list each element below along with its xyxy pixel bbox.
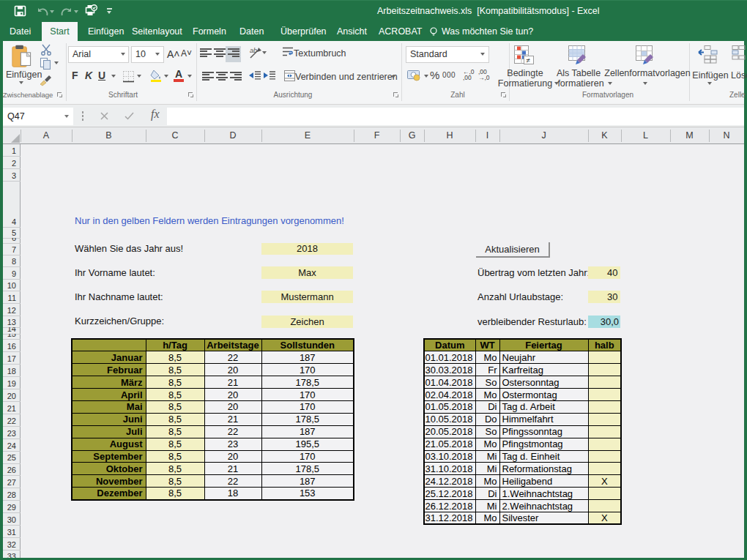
svg-text:≠: ≠ <box>527 56 531 64</box>
svg-text:ab: ab <box>250 47 257 54</box>
